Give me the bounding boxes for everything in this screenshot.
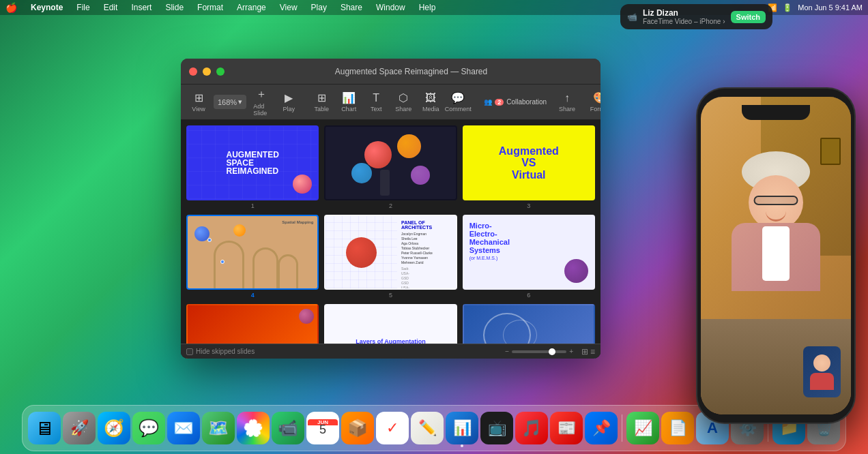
- toolbar-table[interactable]: ⊞ Table: [309, 89, 334, 115]
- chart-icon: 📊: [342, 91, 356, 104]
- collab-icon: 👥: [484, 98, 492, 106]
- menu-window[interactable]: Window: [373, 3, 408, 12]
- toolbar-media[interactable]: 🖼 Media: [418, 89, 443, 115]
- toolbar-view[interactable]: ⊞ View: [186, 89, 211, 115]
- dock-separator: [622, 414, 622, 442]
- menu-format[interactable]: Format: [194, 3, 226, 12]
- add-slide-label: Add Slide: [253, 103, 270, 117]
- window-titlebar: Augmented Space Reimagined — Shared: [181, 59, 601, 85]
- add-slide-icon: ＋: [256, 87, 267, 102]
- dock-calendar-icon[interactable]: JUN 5: [306, 412, 339, 444]
- keynote-icon-glyph: 📊: [453, 419, 472, 437]
- media-label: Media: [422, 106, 439, 112]
- slide-item-5[interactable]: PANEL OFARCHITECTS Jocelyn Engman Sheila…: [324, 215, 457, 299]
- view-label: View: [192, 106, 205, 112]
- slide-row-1: AUGMENTEDSPACEREIMAGINED 1: [186, 125, 595, 209]
- zoom-minus-icon[interactable]: −: [505, 348, 509, 355]
- menu-share[interactable]: Share: [338, 3, 365, 12]
- dock-photos-icon[interactable]: 🌸: [237, 412, 270, 444]
- grid-view-button[interactable]: ⊞: [581, 347, 588, 357]
- menu-slide[interactable]: Slide: [162, 3, 186, 12]
- shape-label: Share: [395, 106, 411, 112]
- dock-facetime-icon[interactable]: 📹: [272, 412, 304, 444]
- slide-item-3[interactable]: AugmentedVSVirtual 3: [463, 125, 595, 209]
- toolbar-collaboration[interactable]: 👥 2 Collaboration: [478, 95, 552, 108]
- dock-pages-icon[interactable]: 📄: [661, 412, 694, 444]
- maps-icon-glyph: 🗺️: [208, 419, 229, 438]
- mail-icon-glyph: ✉️: [173, 419, 194, 438]
- facetime-switch-button[interactable]: Switch: [731, 11, 766, 23]
- zoom-slider[interactable]: − +: [505, 348, 573, 355]
- window-minimize-button[interactable]: [203, 67, 211, 76]
- dock-appletv-icon[interactable]: 📺: [480, 412, 513, 444]
- hide-skipped-slides[interactable]: Hide skipped slides: [186, 348, 255, 355]
- toolbar-shape[interactable]: ⬡ Share: [391, 89, 416, 115]
- menu-file[interactable]: File: [74, 3, 92, 12]
- format-icon: 🎨: [593, 91, 601, 104]
- slide-grid-area[interactable]: AUGMENTEDSPACEREIMAGINED 1: [181, 120, 601, 359]
- menu-help[interactable]: Help: [416, 3, 439, 12]
- news-icon-glyph: 📰: [558, 419, 576, 437]
- slide-item-1[interactable]: AUGMENTEDSPACEREIMAGINED 1: [186, 125, 319, 209]
- window-maximize-button[interactable]: [216, 67, 225, 76]
- comment-label: Comment: [445, 106, 472, 112]
- toolbar-text[interactable]: T Text: [364, 89, 388, 115]
- toolbar-chart[interactable]: 📊 Chart: [336, 89, 361, 115]
- zoom-chevron: ▾: [238, 97, 242, 106]
- dock-news-icon[interactable]: 📰: [550, 412, 583, 444]
- menu-insert[interactable]: Insert: [128, 3, 154, 12]
- dock-messages-icon[interactable]: 💬: [132, 412, 165, 444]
- dock-music-icon[interactable]: 🎵: [515, 412, 548, 444]
- play-label: Play: [283, 106, 295, 112]
- dock-maps-icon[interactable]: 🗺️: [202, 412, 235, 444]
- slide-item-6[interactable]: Micro-Electro-MechanicalSystems (or M.E.…: [463, 215, 595, 299]
- dock-launchpad-icon[interactable]: 🚀: [63, 412, 96, 444]
- slide-item-2[interactable]: 2: [324, 125, 457, 209]
- window-title: Augmented Space Reimagined — Shared: [230, 67, 592, 76]
- window-close-button[interactable]: [189, 67, 197, 76]
- finder-icon-glyph: 🖥: [35, 417, 54, 440]
- share-label: Share: [559, 106, 575, 112]
- toolbar-share[interactable]: ↑ Share: [555, 89, 579, 115]
- dock-keynote-icon[interactable]: 📊: [446, 412, 478, 444]
- menu-keynote[interactable]: Keynote: [28, 3, 66, 12]
- format-label: Format: [590, 106, 601, 112]
- pip-video: [803, 346, 841, 397]
- play-icon: ▶: [285, 91, 293, 104]
- slide-number-4: 4: [186, 292, 319, 299]
- dock-freeform-icon[interactable]: ✏️: [411, 412, 444, 444]
- toolbar-add-slide[interactable]: ＋ Add Slide: [249, 85, 274, 119]
- menu-arrange[interactable]: Arrange: [234, 3, 269, 12]
- dock-mail-icon[interactable]: ✉️: [167, 412, 200, 444]
- toolbar-play[interactable]: ▶ Play: [276, 89, 301, 115]
- slide-number-3: 3: [463, 202, 595, 209]
- slide-bottombar: Hide skipped slides − + ⊞ ≡: [181, 344, 601, 359]
- dock-finder-icon[interactable]: 🖥: [28, 412, 61, 444]
- toolbar-zoom[interactable]: 168% ▾: [214, 95, 246, 109]
- toolbar-format[interactable]: 🎨 Format: [588, 89, 601, 115]
- launchpad-icon-glyph: 🚀: [70, 419, 89, 437]
- facetime-caller-name: Liz Dizan: [643, 8, 725, 18]
- table-label: Table: [314, 106, 329, 112]
- shape-icon: ⬡: [399, 91, 408, 104]
- dock-keka-icon[interactable]: 📦: [341, 412, 374, 444]
- presenter-icon-glyph: 📌: [592, 419, 611, 437]
- apple-menu[interactable]: 🍎: [5, 2, 17, 13]
- toolbar-comment[interactable]: 💬 Comment: [446, 89, 470, 115]
- appstore-icon-glyph: A: [707, 419, 718, 437]
- list-view-button[interactable]: ≡: [590, 347, 595, 357]
- slide-item-4[interactable]: Spatial Mapping 4: [186, 215, 319, 299]
- iphone-frame: [697, 89, 854, 423]
- zoom-plus-icon[interactable]: +: [569, 348, 573, 355]
- dock-numbers-icon[interactable]: 📈: [626, 412, 659, 444]
- pages-icon-glyph: 📄: [669, 419, 687, 437]
- dock-reminders-icon[interactable]: ✓: [376, 412, 409, 444]
- slide-number-2: 2: [324, 202, 457, 209]
- menu-play[interactable]: Play: [308, 3, 330, 12]
- dock-presenter-icon[interactable]: 📌: [585, 412, 618, 444]
- text-icon: T: [373, 92, 379, 104]
- menu-view[interactable]: View: [277, 3, 300, 12]
- dock-safari-icon[interactable]: 🧭: [98, 412, 130, 444]
- facetime-subtitle: FaceTime Video – iPhone ›: [643, 18, 725, 25]
- menu-edit[interactable]: Edit: [101, 3, 121, 12]
